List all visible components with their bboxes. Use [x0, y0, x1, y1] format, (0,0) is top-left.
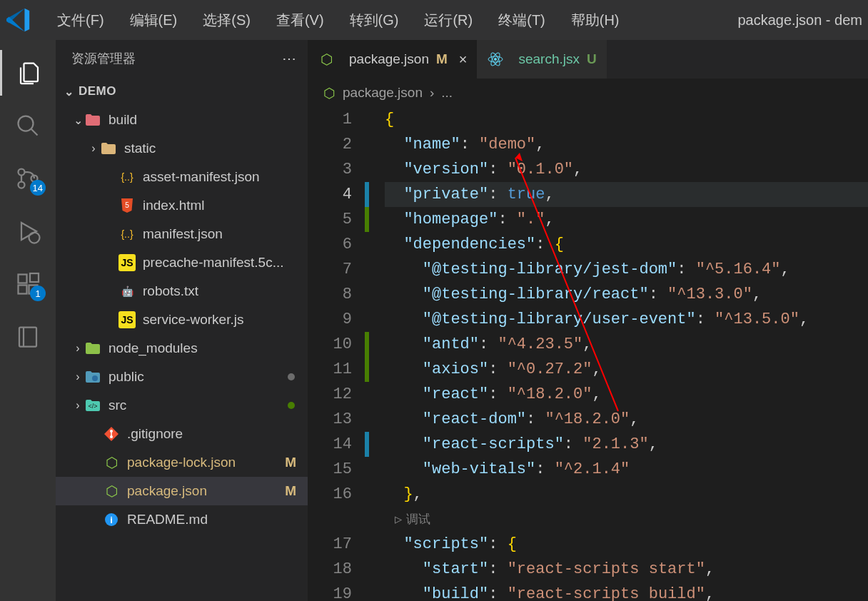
menu-item-3[interactable]: 查看(V)	[263, 4, 337, 37]
code-line[interactable]: "version": "0.1.0",	[385, 157, 868, 182]
gutter-blank	[365, 532, 369, 557]
line-number: 16	[308, 482, 352, 507]
tree-file[interactable]: {..}manifest.json	[56, 220, 308, 248]
line-number: 6	[308, 232, 352, 257]
breadcrumbs[interactable]: ⬡ package.json › ...	[308, 79, 868, 107]
tree-item-label: robots.txt	[143, 283, 301, 299]
menu-item-0[interactable]: 文件(F)	[44, 4, 117, 37]
code-line[interactable]: "homepage": ".",	[385, 207, 868, 232]
code-line[interactable]: "react": "^18.2.0",	[385, 382, 868, 407]
svg-point-3	[19, 182, 25, 188]
tree-file[interactable]: 5index.html	[56, 191, 308, 220]
line-number: 3	[308, 157, 352, 182]
gutter-blank	[365, 157, 369, 182]
code-content[interactable]: { "name": "demo", "version": "0.1.0", "p…	[370, 107, 868, 601]
code-area[interactable]: 12345678910111213141516171819 { "name": …	[308, 107, 868, 601]
activity-explorer[interactable]	[0, 50, 56, 96]
activity-extensions[interactable]: 1	[0, 261, 56, 307]
tree-file[interactable]: {..}asset-manifest.json	[56, 163, 308, 191]
code-line[interactable]: "name": "demo",	[385, 132, 868, 157]
activity-search[interactable]	[0, 103, 56, 148]
code-line[interactable]: "web-vitals": "^2.1.4"	[385, 457, 868, 482]
info-icon: i	[103, 511, 120, 528]
tree-folder[interactable]: ›node_modules	[56, 334, 308, 363]
tree-item-label: node_modules	[108, 340, 301, 356]
menu-item-7[interactable]: 帮助(H)	[558, 4, 632, 37]
activity-debug[interactable]	[0, 208, 56, 254]
code-line[interactable]: "@testing-library/user-event": "^13.5.0"…	[385, 307, 868, 332]
code-line[interactable]: "build": "react-scripts build",	[385, 582, 868, 601]
json-icon: {..}	[118, 168, 136, 186]
tree-file[interactable]: ⬡package.jsonM	[56, 477, 308, 505]
folder-name: DEMO	[79, 84, 116, 99]
tree-file[interactable]: JSprecache-manifest.5c...	[56, 248, 308, 277]
line-number: 17	[308, 532, 352, 557]
tree-folder[interactable]: ›public	[56, 363, 308, 391]
code-line[interactable]: "react-scripts": "2.1.3",	[385, 432, 868, 457]
tree-file[interactable]: iREADME.md	[56, 505, 308, 534]
sidebar-more-icon[interactable]: ⋯	[282, 50, 296, 67]
menu-item-6[interactable]: 终端(T)	[485, 4, 558, 37]
gutter-marks	[365, 107, 370, 601]
tab-label: search.jsx	[518, 51, 580, 67]
menu-item-4[interactable]: 转到(G)	[337, 4, 412, 37]
editor-tab[interactable]: search.jsxU	[477, 40, 606, 79]
code-line[interactable]: "@testing-library/react": "^13.3.0",	[385, 282, 868, 307]
menu-item-2[interactable]: 选择(S)	[190, 4, 263, 37]
chevron-right-icon: ›	[71, 399, 84, 412]
activity-scm[interactable]: 14	[0, 156, 56, 201]
tree-folder[interactable]: ›static	[56, 134, 308, 163]
folder-header[interactable]: ⌄ DEMO	[56, 77, 308, 106]
gutter-diff-mark	[365, 182, 369, 207]
code-line[interactable]: {	[385, 107, 868, 132]
tree-item-label: README.md	[127, 512, 301, 527]
code-line[interactable]: "antd": "^4.23.5",	[385, 332, 868, 357]
folder-icon: </>	[84, 397, 101, 414]
nodejs-icon: ⬡	[103, 454, 120, 471]
code-line[interactable]: "start": "react-scripts start",	[385, 557, 868, 582]
activity-remote[interactable]	[0, 314, 56, 360]
gutter-blank	[365, 382, 369, 407]
titlebar: 文件(F)编辑(E)选择(S)查看(V)转到(G)运行(R)终端(T)帮助(H)…	[0, 0, 868, 40]
gutter-blank	[365, 257, 369, 282]
js-icon: JS	[118, 254, 136, 271]
code-line[interactable]: "dependencies": {	[385, 232, 868, 257]
nodejs-icon: ⬡	[103, 483, 120, 500]
tree-file[interactable]: 🤖robots.txt	[56, 277, 308, 305]
chevron-right-icon: ›	[87, 142, 100, 155]
tree-item-label: src	[108, 398, 288, 413]
editor-tab[interactable]: ⬡package.jsonM×	[308, 40, 477, 79]
code-line[interactable]: "@testing-library/jest-dom": "^5.16.4",	[385, 257, 868, 282]
tree-folder[interactable]: ›</>src	[56, 391, 308, 420]
nodejs-icon: ⬡	[323, 85, 335, 101]
menu-item-1[interactable]: 编辑(E)	[117, 4, 191, 37]
chevron-down-icon: ⌄	[71, 113, 84, 127]
status-dot-icon	[288, 373, 295, 380]
code-line[interactable]: },	[385, 482, 868, 507]
code-line[interactable]: "react-dom": "^18.2.0",	[385, 407, 868, 432]
svg-text:i: i	[110, 515, 113, 525]
tree-file[interactable]: .gitignore	[56, 420, 308, 448]
tree-folder[interactable]: ⌄build	[56, 106, 308, 134]
menu-item-5[interactable]: 运行(R)	[411, 4, 485, 37]
code-line[interactable]: "private": true,	[385, 182, 868, 207]
folder-icon	[100, 140, 117, 157]
tree-file[interactable]: JSservice-worker.js	[56, 305, 308, 334]
code-line[interactable]: "axios": "^0.27.2",	[385, 357, 868, 382]
gutter-blank	[365, 482, 369, 507]
close-icon[interactable]: ×	[459, 51, 468, 68]
folder-icon	[84, 368, 101, 385]
line-number: 1	[308, 107, 352, 132]
window-title: package.json - dem	[737, 12, 862, 29]
tree-file[interactable]: ⬡package-lock.jsonM	[56, 448, 308, 477]
tree-item-label: precache-manifest.5c...	[143, 255, 301, 271]
tree-item-label: build	[108, 112, 301, 128]
inline-debug-hint[interactable]: 调试	[385, 513, 430, 527]
code-line[interactable]: "scripts": {	[385, 532, 868, 557]
line-number: 14	[308, 432, 352, 457]
folder-icon	[84, 340, 101, 357]
line-number: 12	[308, 382, 352, 407]
line-number: 8	[308, 282, 352, 307]
gutter-diff-mark	[365, 432, 369, 457]
ext-badge: 1	[30, 286, 46, 301]
